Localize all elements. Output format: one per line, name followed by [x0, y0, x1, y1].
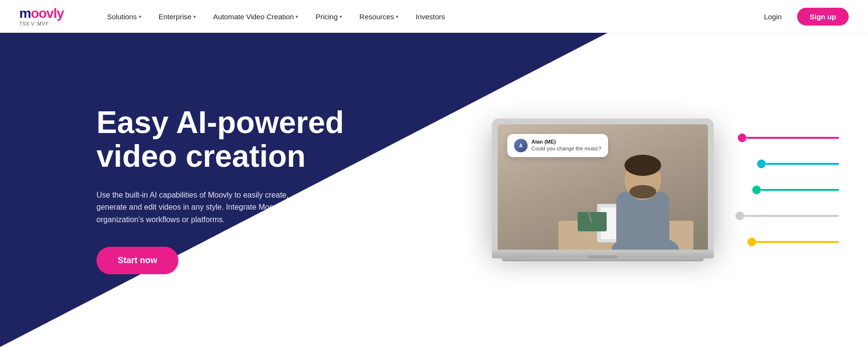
logo-m: m: [19, 6, 31, 21]
slider-dot-5: [747, 238, 756, 246]
chat-message-text: Could you change the music?: [531, 146, 601, 151]
slider-row-4: [733, 212, 839, 220]
logo-oovly: oovly: [31, 6, 64, 21]
chevron-down-icon: ▾: [339, 14, 342, 19]
hero-content: Easy AI-powered video creation Use the b…: [0, 33, 362, 347]
nav-item-pricing[interactable]: Pricing ▾: [309, 9, 349, 25]
logo-ticker: TSX.V: MVY: [19, 21, 77, 27]
main-nav: Solutions ▾ Enterprise ▾ Automate Video …: [100, 9, 756, 25]
chevron-down-icon: ▾: [193, 14, 196, 19]
svg-point-6: [624, 155, 661, 176]
nav-item-enterprise[interactable]: Enterprise ▾: [152, 9, 203, 25]
hero-title: Easy AI-powered video creation: [96, 106, 362, 174]
chat-sender-name: Alan (ME): [531, 139, 601, 145]
sliders-panel: [733, 133, 839, 246]
login-button[interactable]: Login: [756, 9, 789, 25]
svg-rect-8: [578, 212, 607, 231]
slider-dot-1: [738, 133, 746, 142]
nav-item-investors[interactable]: Investors: [409, 9, 452, 25]
slider-dot-4: [735, 212, 744, 220]
header: moovly TSX.V: MVY Solutions ▾ Enterprise…: [0, 0, 868, 33]
hero-laptop-visual: A Alan (ME) Could you change the music?: [492, 119, 714, 261]
slider-row-1: [733, 133, 839, 142]
slider-row-2: [733, 160, 839, 168]
slider-track-5: [756, 241, 839, 243]
svg-point-7: [629, 185, 656, 199]
slider-track-4: [744, 215, 839, 217]
header-actions: Login Sign up: [756, 8, 849, 26]
slider-track-1: [746, 137, 839, 139]
slider-row-5: [733, 238, 839, 246]
laptop-foot: [502, 258, 704, 261]
hero-section: Easy AI-powered video creation Use the b…: [0, 33, 868, 347]
chevron-down-icon: ▾: [396, 14, 398, 19]
nav-item-solutions[interactable]: Solutions ▾: [100, 9, 148, 25]
signup-button[interactable]: Sign up: [797, 8, 849, 26]
slider-track-2: [766, 163, 839, 165]
chat-text-area: Alan (ME) Could you change the music?: [531, 139, 601, 151]
laptop-screen-image: A Alan (ME) Could you change the music?: [498, 124, 708, 250]
nav-item-automate[interactable]: Automate Video Creation ▾: [206, 9, 305, 25]
laptop-base: [492, 250, 714, 258]
slider-dot-2: [757, 160, 766, 168]
svg-rect-4: [616, 192, 669, 250]
slider-track-3: [761, 189, 839, 191]
logo[interactable]: moovly TSX.V: MVY: [19, 7, 77, 27]
slider-row-3: [733, 186, 839, 194]
chevron-down-icon: ▾: [139, 14, 141, 19]
chat-avatar: A: [514, 139, 528, 152]
laptop-screen-inner: A Alan (ME) Could you change the music?: [498, 124, 708, 250]
nav-item-resources[interactable]: Resources ▾: [353, 9, 405, 25]
chevron-down-icon: ▾: [296, 14, 298, 19]
laptop-screen-outer: A Alan (ME) Could you change the music?: [492, 119, 714, 250]
slider-dot-3: [752, 186, 761, 194]
chat-bubble: A Alan (ME) Could you change the music?: [507, 134, 608, 157]
hero-description: Use the built-in AI capabilities of Moov…: [96, 189, 318, 226]
laptop-mockup: A Alan (ME) Could you change the music?: [492, 119, 714, 261]
start-now-button[interactable]: Start now: [96, 247, 178, 274]
